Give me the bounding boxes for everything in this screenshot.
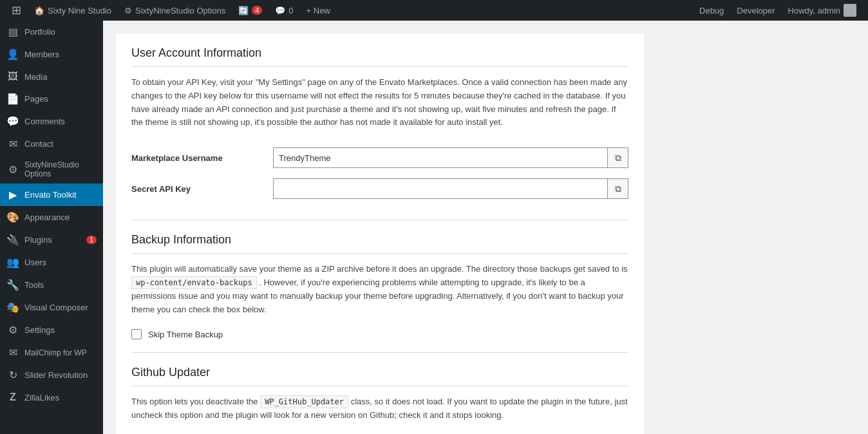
media-icon: 🖼 xyxy=(6,71,19,82)
api-key-row: Secret API Key ⧉ xyxy=(131,173,628,204)
debug-button[interactable]: Debug xyxy=(693,0,730,21)
developer-label: Developer xyxy=(737,6,775,15)
sidebar-label-tools: Tools xyxy=(24,280,97,290)
settings-icon: ⚙ xyxy=(6,324,19,336)
backup-desc-part1: This plugin will automatically save your… xyxy=(131,264,628,274)
api-key-label: Secret API Key xyxy=(131,173,273,204)
sidebar-label-plugins: Plugins xyxy=(24,235,81,245)
comments-menu-icon: 💬 xyxy=(6,115,19,127)
api-key-input-group: ⧉ xyxy=(273,178,628,199)
sidebar-label-settings: Settings xyxy=(24,325,97,335)
sidebar-item-users[interactable]: 👥 Users xyxy=(0,251,103,274)
sidebar-item-media[interactable]: 🖼 Media xyxy=(0,66,103,88)
sidebar-item-zillalikes[interactable]: Z ZillaLikes xyxy=(0,386,103,408)
sidebar-item-members[interactable]: 👤 Members xyxy=(0,43,103,66)
copy-icon: ⧉ xyxy=(615,153,621,164)
admin-bar: ⊞ 🏠 Sixty Nine Studio ⚙ SixtyNineStudio … xyxy=(0,0,868,21)
username-copy-button[interactable]: ⧉ xyxy=(608,147,628,168)
github-description: This option lets you deactivate the WP_G… xyxy=(131,395,628,422)
comments-count: 0 xyxy=(288,6,293,15)
howdy-button[interactable]: Howdy, admin xyxy=(782,0,863,21)
wp-logo-button[interactable]: ⊞ xyxy=(5,0,28,21)
sidebar-item-pages[interactable]: 📄 Pages xyxy=(0,88,103,110)
github-code: WP_GitHub_Updater xyxy=(260,395,348,408)
sidebar-item-sixtynine[interactable]: ⚙ SixtyNineStudio Options xyxy=(0,155,103,184)
sidebar-item-tools[interactable]: 🔧 Tools xyxy=(0,274,103,296)
main-content: User Account Information To obtain your … xyxy=(103,21,868,434)
contact-icon: ✉ xyxy=(6,138,19,150)
site-name-button[interactable]: 🏠 Sixty Nine Studio xyxy=(28,0,118,21)
divider-2 xyxy=(131,352,628,353)
sidebar-item-visual-composer[interactable]: 🎭 Visual Composer xyxy=(0,296,103,319)
updates-count: 4 xyxy=(252,6,262,15)
github-section: Github Updater This option lets you deac… xyxy=(131,366,628,434)
github-title: Github Updater xyxy=(131,366,628,386)
sidebar-label-users: Users xyxy=(24,258,97,267)
skip-backup-label: Skip Theme Backup xyxy=(148,330,223,339)
sidebar-label-members: Members xyxy=(24,50,97,59)
skip-backup-checkbox[interactable] xyxy=(131,329,142,339)
sidebar: ▤ Portfolio 👤 Members 🖼 Media 📄 Pages 💬 … xyxy=(0,21,103,434)
username-input[interactable] xyxy=(273,147,608,168)
sidebar-label-appearance: Appearance xyxy=(24,212,97,222)
sidebar-item-plugins[interactable]: 🔌 Plugins 1 xyxy=(0,229,103,251)
sidebar-label-mailchimp: MailChimp for WP xyxy=(24,348,97,357)
user-account-title: User Account Information xyxy=(131,46,628,67)
avatar-icon xyxy=(844,4,856,17)
appearance-icon: 🎨 xyxy=(6,211,19,223)
sidebar-item-mailchimp[interactable]: ✉ MailChimp for WP xyxy=(0,341,103,364)
api-key-copy-button[interactable]: ⧉ xyxy=(608,178,628,199)
envato-icon: ▶ xyxy=(6,189,19,201)
home-icon: 🏠 xyxy=(34,6,44,15)
user-account-section: User Account Information To obtain your … xyxy=(131,46,628,204)
sidebar-label-slider-revolution: Slider Revolution xyxy=(24,370,97,380)
sidebar-item-contact[interactable]: ✉ Contact xyxy=(0,133,103,155)
debug-label: Debug xyxy=(699,6,724,15)
users-icon: 👥 xyxy=(6,256,19,269)
wp-logo-icon: ⊞ xyxy=(12,3,21,17)
sidebar-label-contact: Contact xyxy=(24,139,97,149)
backup-title: Backup Information xyxy=(131,233,628,254)
sidebar-item-appearance[interactable]: 🎨 Appearance xyxy=(0,206,103,229)
site-name-label: Sixty Nine Studio xyxy=(48,6,111,15)
copy-icon-2: ⧉ xyxy=(615,184,621,194)
github-desc-part1: This option lets you deactivate the xyxy=(131,397,258,406)
username-label: Marketplace Username xyxy=(131,142,273,173)
options-button[interactable]: ⚙ SixtyNineStudio Options xyxy=(118,0,232,21)
new-content-button[interactable]: + New xyxy=(300,0,337,21)
developer-button[interactable]: Developer xyxy=(730,0,781,21)
gear-icon: ⚙ xyxy=(124,6,132,15)
username-row: Marketplace Username ⧉ xyxy=(131,142,628,173)
backup-section: Backup Information This plugin will auto… xyxy=(131,233,628,339)
new-label: + New xyxy=(307,6,330,15)
sidebar-label-comments: Comments xyxy=(24,117,97,126)
plugins-icon: 🔌 xyxy=(6,234,19,246)
sidebar-item-portfolio[interactable]: ▤ Portfolio xyxy=(0,21,103,43)
updates-button[interactable]: 🔄 4 xyxy=(232,0,269,21)
sidebar-item-comments[interactable]: 💬 Comments xyxy=(0,110,103,133)
backup-code: wp-content/envato-backups xyxy=(131,276,257,289)
plugins-badge: 1 xyxy=(86,236,97,244)
sidebar-label-visual-composer: Visual Composer xyxy=(24,303,97,312)
howdy-label: Howdy, admin xyxy=(788,6,840,15)
visual-composer-icon: 🎭 xyxy=(6,301,19,314)
updates-icon: 🔄 xyxy=(238,6,249,15)
sidebar-item-slider-revolution[interactable]: ↻ Slider Revolution xyxy=(0,364,103,386)
sidebar-label-envato: Envato Toolkit xyxy=(24,190,97,200)
sidebar-item-settings[interactable]: ⚙ Settings xyxy=(0,319,103,341)
user-account-form: Marketplace Username ⧉ Secret API Key xyxy=(131,142,628,204)
api-key-input[interactable] xyxy=(273,178,608,199)
comments-button[interactable]: 💬 0 xyxy=(269,0,299,21)
sidebar-label-portfolio: Portfolio xyxy=(24,27,97,37)
sidebar-label-zillalikes: ZillaLikes xyxy=(24,393,97,402)
options-label: SixtyNineStudio Options xyxy=(135,6,225,15)
username-input-group: ⧉ xyxy=(273,147,628,168)
portfolio-icon: ▤ xyxy=(6,26,19,38)
sidebar-item-envato[interactable]: ▶ Envato Toolkit xyxy=(0,184,103,206)
comments-icon: 💬 xyxy=(275,6,285,15)
sidebar-label-media: Media xyxy=(24,72,97,82)
skip-backup-row: Skip Theme Backup xyxy=(131,329,628,339)
backup-description: This plugin will automatically save your… xyxy=(131,263,628,316)
user-account-description: To obtain your API Key, visit your "My S… xyxy=(131,76,628,129)
sidebar-label-pages: Pages xyxy=(24,94,97,104)
